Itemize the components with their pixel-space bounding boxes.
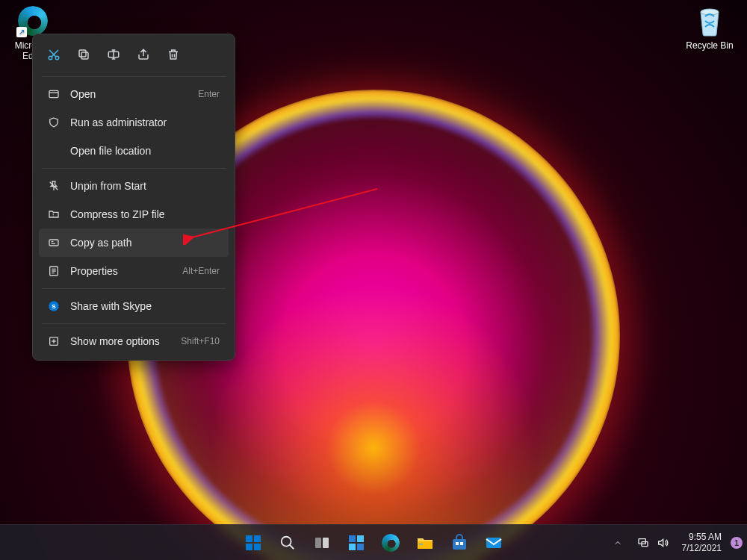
menu-item-open[interactable]: Open Enter	[39, 80, 229, 108]
clock-time: 9:55 AM	[682, 532, 722, 543]
svg-rect-6	[49, 90, 58, 97]
svg-rect-19	[323, 538, 329, 548]
rename-icon[interactable]	[99, 42, 128, 67]
taskbar-explorer-button[interactable]	[410, 528, 440, 558]
menu-item-show-more[interactable]: Show more options Shift+F10	[39, 327, 229, 355]
svg-rect-27	[456, 542, 459, 545]
taskbar-clock[interactable]: 9:55 AM 7/12/2021	[678, 532, 726, 554]
menu-item-label: Open file location	[70, 145, 220, 157]
menu-item-properties[interactable]: Properties Alt+Enter	[39, 257, 229, 285]
menu-item-label: Open	[70, 88, 187, 100]
menu-item-label: Share with Skype	[70, 300, 220, 312]
svg-rect-15	[246, 544, 252, 550]
menu-item-accel: Shift+F10	[181, 336, 220, 346]
path-icon	[48, 237, 60, 249]
open-icon	[48, 88, 60, 100]
cut-icon[interactable]	[39, 42, 69, 67]
volume-icon	[657, 537, 669, 549]
menu-item-unpin-start[interactable]: Unpin from Start	[39, 172, 229, 200]
taskbar-center	[238, 525, 509, 560]
menu-item-label: Run as administrator	[70, 116, 220, 128]
taskbar-edge-button[interactable]	[376, 528, 406, 558]
desktop-icon-recycle-bin[interactable]: Recycle Bin	[681, 4, 738, 51]
shield-icon	[48, 116, 60, 128]
task-view-button[interactable]	[307, 528, 337, 558]
tray-chevron[interactable]	[607, 528, 628, 558]
desktop-icon-label: Recycle Bin	[681, 40, 738, 51]
taskbar-right: 9:55 AM 7/12/2021 1	[607, 525, 743, 560]
menu-item-accel: Enter	[198, 89, 220, 99]
clock-date: 7/12/2021	[682, 543, 722, 554]
separator	[42, 168, 226, 169]
taskbar-store-button[interactable]	[444, 528, 474, 558]
menu-item-label: Properties	[70, 265, 172, 277]
taskbar-mail-button[interactable]	[479, 528, 509, 558]
recycle-bin-icon	[693, 4, 726, 37]
svg-rect-16	[254, 544, 261, 550]
network-icon	[637, 537, 649, 549]
menu-item-run-admin[interactable]: Run as administrator	[39, 108, 229, 137]
menu-item-label: Compress to ZIP file	[70, 208, 220, 220]
svg-text:S: S	[52, 303, 56, 310]
skype-icon: S	[48, 300, 60, 312]
separator	[42, 76, 226, 77]
context-menu: Open Enter Run as administrator Open fil…	[32, 34, 235, 361]
more-options-icon	[48, 335, 60, 347]
svg-rect-21	[357, 535, 364, 542]
svg-rect-4	[79, 50, 86, 57]
svg-rect-24	[418, 541, 433, 549]
svg-rect-20	[349, 535, 356, 542]
svg-rect-23	[357, 544, 364, 550]
search-button[interactable]	[273, 528, 303, 558]
notification-badge[interactable]: 1	[731, 537, 743, 549]
delete-icon[interactable]	[158, 42, 188, 67]
svg-rect-26	[453, 539, 466, 550]
svg-point-17	[282, 536, 291, 546]
svg-rect-13	[246, 535, 252, 542]
widgets-button[interactable]	[341, 528, 371, 558]
svg-rect-18	[315, 538, 321, 548]
svg-rect-22	[349, 544, 356, 550]
menu-item-accel: Alt+Enter	[182, 266, 220, 276]
unpin-icon	[48, 180, 60, 192]
share-icon[interactable]	[128, 42, 158, 67]
menu-item-compress-zip[interactable]: Compress to ZIP file	[39, 200, 229, 228]
svg-point-2	[55, 56, 59, 60]
menu-item-copy-as-path[interactable]: Copy as path	[39, 228, 229, 257]
taskbar: 9:55 AM 7/12/2021 1	[0, 524, 747, 560]
start-button[interactable]	[238, 528, 268, 558]
svg-rect-14	[254, 535, 261, 542]
separator	[42, 288, 226, 289]
svg-rect-7	[49, 240, 58, 246]
menu-item-label: Unpin from Start	[70, 180, 220, 192]
menu-item-share-skype[interactable]: S Share with Skype	[39, 292, 229, 320]
separator	[42, 323, 226, 324]
edge-icon: ↗	[16, 4, 49, 37]
svg-rect-3	[81, 52, 88, 59]
svg-rect-28	[460, 542, 463, 545]
menu-item-open-location[interactable]: Open file location	[39, 137, 229, 165]
svg-rect-25	[419, 544, 423, 545]
menu-item-label: Show more options	[70, 335, 170, 347]
context-menu-icon-row	[36, 39, 232, 73]
menu-item-label: Copy as path	[70, 237, 220, 249]
svg-point-1	[49, 56, 52, 60]
properties-icon	[48, 265, 60, 277]
copy-icon[interactable]	[69, 42, 99, 67]
shortcut-arrow-icon: ↗	[16, 27, 27, 37]
system-tray[interactable]	[631, 528, 675, 558]
zip-icon	[48, 208, 60, 220]
svg-rect-29	[486, 538, 501, 548]
